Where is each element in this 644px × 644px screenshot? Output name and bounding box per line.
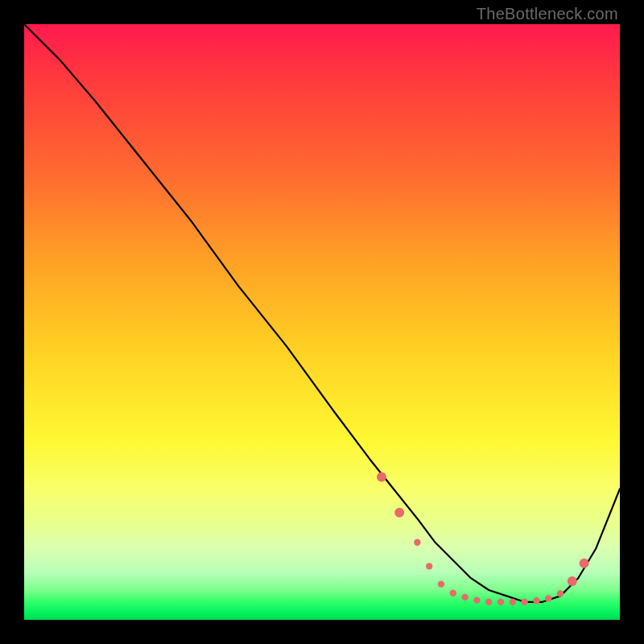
- marker-dot: [438, 580, 444, 587]
- curve-svg: [24, 24, 620, 620]
- marker-dot: [568, 576, 577, 586]
- chart-frame: TheBottleneck.com: [0, 0, 644, 644]
- plot-area: [24, 24, 620, 620]
- marker-dot: [473, 597, 480, 603]
- marker-dot: [450, 590, 456, 597]
- watermark-label: TheBottleneck.com: [477, 5, 618, 23]
- marker-dot: [485, 599, 492, 605]
- marker-dot: [580, 559, 589, 568]
- marker-dot: [521, 599, 527, 605]
- marker-dot: [461, 594, 468, 601]
- bottleneck-curve: [24, 24, 620, 602]
- marker-dot: [414, 539, 420, 546]
- marker-dot: [510, 599, 516, 605]
- marker-dot: [377, 472, 386, 481]
- marker-dot: [394, 508, 404, 518]
- marker-dot: [426, 563, 432, 569]
- marker-dot: [497, 599, 504, 605]
- marker-dot: [533, 597, 539, 604]
- marker-dot: [557, 590, 564, 597]
- marker-dot: [545, 595, 551, 601]
